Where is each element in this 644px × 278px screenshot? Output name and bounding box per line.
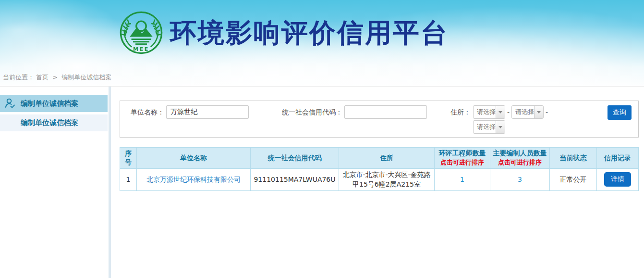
sidebar-subitem-label: 编制单位诚信档案 xyxy=(21,118,78,127)
chevron-down-icon[interactable] xyxy=(496,121,505,133)
address-dash: - xyxy=(507,108,510,116)
col-header-unit-name: 单位名称 xyxy=(137,148,251,169)
address-dash: - xyxy=(546,108,548,116)
chevron-down-icon[interactable] xyxy=(534,106,543,118)
sidebar-item-label: 编制单位诚信档案 xyxy=(21,99,78,108)
mee-logo-icon: MEE xyxy=(119,11,163,55)
table-header-row: 序号 单位名称 统一社会信用代码 住所 环评工程师数量 点击可进行排序 主要编制… xyxy=(120,148,639,169)
sidebar: 编制单位诚信档案 编制单位诚信档案 xyxy=(0,87,108,278)
col-header-staff-count-label: 主要编制人员数量 xyxy=(493,149,547,157)
table-row: 1 北京万源世纪环保科技有限公司 91110115MA7LWUA76U 北京市-… xyxy=(120,169,639,191)
query-button[interactable]: 查询 xyxy=(608,105,632,120)
user-check-icon xyxy=(4,97,16,110)
city-select-value: 请选择 xyxy=(512,106,534,118)
province-select-value: 请选择 xyxy=(474,106,496,118)
col-header-index: 序号 xyxy=(120,148,137,169)
chevron-down-icon[interactable] xyxy=(496,106,505,118)
col-header-staff-count-sortable[interactable]: 主要编制人员数量 点击可进行排序 xyxy=(490,148,550,169)
province-select[interactable]: 请选择 xyxy=(473,105,505,119)
col-header-status: 当前状态 xyxy=(550,148,597,169)
site-title: 环境影响评价信用平台 xyxy=(170,11,449,55)
address-selects: 请选择 - 请选择 - 请选择 xyxy=(473,105,550,134)
sidebar-item-unit-credit-archive[interactable]: 编制单位诚信档案 xyxy=(0,95,108,112)
results-table: 序号 单位名称 统一社会信用代码 住所 环评工程师数量 点击可进行排序 主要编制… xyxy=(120,147,639,191)
breadcrumb-prefix: 当前位置： xyxy=(3,74,34,81)
staff-count-link[interactable]: 3 xyxy=(518,176,522,183)
search-panel: 单位名称： 统一社会信用代码： 住所： 请选择 - 请选择 xyxy=(120,101,639,138)
main-content: 单位名称： 统一社会信用代码： 住所： 请选择 - 请选择 xyxy=(111,87,644,278)
district-select-value: 请选择 xyxy=(474,121,496,133)
breadcrumb-home-link[interactable]: 首页 xyxy=(36,74,49,81)
cell-status: 正常公开 xyxy=(550,169,597,191)
col-header-engineer-count-sortable[interactable]: 环评工程师数量 点击可进行排序 xyxy=(435,148,490,169)
page-body: 编制单位诚信档案 编制单位诚信档案 单位名称： 统一社会信用代码： 住所： 请选… xyxy=(0,87,644,278)
unit-name-link[interactable]: 北京万源世纪环保科技有限公司 xyxy=(146,176,241,183)
district-select[interactable]: 请选择 xyxy=(473,120,505,134)
sort-hint[interactable]: 点击可进行排序 xyxy=(437,158,488,167)
cell-index: 1 xyxy=(120,169,137,191)
detail-button[interactable]: 详情 xyxy=(604,172,631,187)
cell-address: 北京市-北京市-大兴区-金苑路甲15号6幢2层A215室 xyxy=(339,169,435,191)
brand: MEE 环境影响评价信用平台 xyxy=(119,11,449,55)
col-header-credit-code: 统一社会信用代码 xyxy=(251,148,339,169)
sidebar-subitem-unit-credit-archive[interactable]: 编制单位诚信档案 xyxy=(0,114,108,131)
sort-hint[interactable]: 点击可进行排序 xyxy=(492,158,547,167)
credit-code-input[interactable] xyxy=(344,105,427,119)
col-header-address: 住所 xyxy=(339,148,435,169)
credit-code-label: 统一社会信用代码： xyxy=(282,105,342,119)
address-label: 住所： xyxy=(450,105,471,134)
site-header: MEE 环境影响评价信用平台 当前位置：首页 > 编制单位诚信档案 xyxy=(0,0,644,87)
logo-mee-text: MEE xyxy=(133,46,149,52)
breadcrumb-separator: > xyxy=(52,74,58,81)
breadcrumb-current: 编制单位诚信档案 xyxy=(61,74,111,81)
engineer-count-link[interactable]: 1 xyxy=(460,176,464,183)
breadcrumb: 当前位置：首页 > 编制单位诚信档案 xyxy=(3,73,113,82)
city-select[interactable]: 请选择 xyxy=(511,105,544,119)
cell-credit-code: 91110115MA7LWUA76U xyxy=(251,169,339,191)
unit-name-label: 单位名称： xyxy=(131,105,164,119)
col-header-credit-record: 信用记录 xyxy=(597,148,639,169)
col-header-engineer-count-label: 环评工程师数量 xyxy=(439,149,486,157)
unit-name-input[interactable] xyxy=(166,105,249,119)
